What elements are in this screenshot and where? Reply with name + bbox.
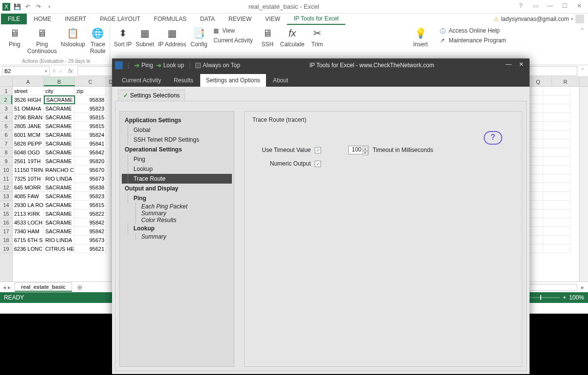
cell[interactable]: 51 OMAHA xyxy=(13,104,44,113)
sheet-nav-next-icon[interactable]: ▸ xyxy=(8,284,11,291)
cell[interactable]: street xyxy=(13,87,44,95)
cells[interactable]: streetcityzip3526 HIGHSACRAME9583851 OMA… xyxy=(13,87,106,281)
spin-down-icon[interactable]: ▾ xyxy=(362,151,368,155)
tab-formulas[interactable]: FORMULAS xyxy=(147,14,193,24)
tree-ssh-telnet-rdp[interactable]: SSH Telnet RDP Settings xyxy=(122,135,232,145)
zoom-in-icon[interactable]: + xyxy=(563,294,566,301)
cell[interactable]: 95815 xyxy=(75,201,106,209)
close-icon[interactable]: ✕ xyxy=(572,2,586,11)
cell[interactable] xyxy=(543,244,570,253)
fx-confirm-icon[interactable]: ✓ xyxy=(58,68,63,75)
cell[interactable]: 95842 xyxy=(75,148,106,157)
cell[interactable]: RANCHO C xyxy=(44,166,75,174)
tree-output-lookup[interactable]: Lookup xyxy=(122,224,232,233)
tree-lookup[interactable]: Lookup xyxy=(122,164,232,174)
row-header[interactable]: 19 xyxy=(0,244,12,253)
insert-button[interactable]: 💡Insert xyxy=(412,26,429,48)
cell[interactable]: SACRAME xyxy=(44,209,75,218)
row-header[interactable]: 15 xyxy=(0,209,12,218)
dialog-minimize-icon[interactable]: — xyxy=(503,61,514,70)
cell[interactable]: city xyxy=(44,87,75,95)
cell[interactable] xyxy=(543,87,570,95)
always-on-top-checkbox[interactable]: Always on Top xyxy=(195,62,240,69)
cell[interactable]: 95621 xyxy=(75,244,106,253)
row-header[interactable]: 17 xyxy=(0,227,12,236)
cell[interactable]: RIO LINDA xyxy=(44,236,75,244)
row-header[interactable]: 11 xyxy=(0,174,12,183)
col-header-b[interactable]: B xyxy=(44,77,75,86)
cell[interactable]: 95842 xyxy=(75,227,106,236)
cell[interactable]: 95673 xyxy=(75,236,106,244)
tree-summary[interactable]: Summary xyxy=(122,210,232,217)
config-button[interactable]: 📑Config xyxy=(190,26,208,48)
tab-results[interactable]: Results xyxy=(168,74,199,87)
select-all-corner[interactable] xyxy=(0,77,13,87)
cell[interactable]: 2805 JANE xyxy=(13,122,44,131)
name-box[interactable]: B2 xyxy=(2,66,50,76)
row-header[interactable]: 9 xyxy=(0,157,12,166)
row-header[interactable]: 16 xyxy=(0,218,12,227)
cell[interactable] xyxy=(543,209,570,218)
cell[interactable]: 2796 BRAN xyxy=(13,113,44,122)
col-header-r[interactable]: R xyxy=(552,77,579,86)
cell[interactable]: SACRAME xyxy=(44,113,75,122)
tree-app-settings[interactable]: Application Settings xyxy=(122,115,232,125)
ribbon-collapse-icon[interactable]: ˄ xyxy=(580,26,585,64)
cell[interactable]: SACRAME xyxy=(44,104,75,113)
cell[interactable]: 95820 xyxy=(75,157,106,166)
ping-button[interactable]: 🖥Ping xyxy=(6,26,23,48)
row-header[interactable]: 2 xyxy=(0,95,12,104)
cell[interactable]: 7340 HAM xyxy=(13,227,44,236)
maximize-icon[interactable]: ☐ xyxy=(558,2,571,11)
redo-icon[interactable]: ↷ xyxy=(34,2,43,11)
help-bubble-icon[interactable]: ? xyxy=(484,131,502,145)
sortip-button[interactable]: ⬍Sort IP xyxy=(114,26,132,48)
cell[interactable] xyxy=(543,227,570,236)
cell[interactable]: 11150 TRIN xyxy=(13,166,44,174)
col-header-a[interactable]: A xyxy=(13,77,44,86)
cell[interactable] xyxy=(543,174,570,183)
row-header[interactable]: 13 xyxy=(0,192,12,201)
cell[interactable]: SACRAME xyxy=(44,183,75,192)
cell[interactable]: 95838 xyxy=(75,183,106,192)
cell[interactable] xyxy=(543,113,570,122)
cell[interactable] xyxy=(543,236,570,244)
cell[interactable]: SACRAME xyxy=(44,122,75,131)
cell[interactable]: 5828 PEPP xyxy=(13,139,44,148)
cell[interactable]: SACRAME xyxy=(44,95,75,104)
tab-about[interactable]: About xyxy=(267,74,294,87)
cell[interactable]: 95673 xyxy=(75,174,106,183)
row-header[interactable]: 18 xyxy=(0,236,12,244)
tab-current-activity[interactable]: Current Activity xyxy=(116,74,167,87)
cell[interactable]: SACRAME xyxy=(44,192,75,201)
user-badge[interactable]: ⚠ ladysynvanas@gmail.com ▾ xyxy=(494,15,588,23)
current-activity-button[interactable]: Current Activity xyxy=(211,36,255,45)
ipaddress-button[interactable]: ▦IP Address xyxy=(158,26,186,48)
tree-traceroute[interactable]: Trace Route xyxy=(122,174,232,184)
user-dropdown-icon[interactable]: ▾ xyxy=(571,17,573,21)
tab-review[interactable]: REVIEW xyxy=(222,14,258,24)
cell[interactable]: 4533 LOCH xyxy=(13,218,44,227)
subnet-button[interactable]: ▦Subnet xyxy=(135,26,154,48)
row-header[interactable]: 1 xyxy=(0,87,12,95)
cell[interactable]: SACRAME xyxy=(44,227,75,236)
cell[interactable]: 95815 xyxy=(75,113,106,122)
cell[interactable] xyxy=(543,104,570,113)
save-icon[interactable]: 💾 xyxy=(13,2,21,11)
dialog-close-icon[interactable]: ✕ xyxy=(516,61,527,70)
tab-view[interactable]: VIEW xyxy=(258,14,287,24)
tab-settings-options[interactable]: Settings and Options xyxy=(200,74,266,87)
cell[interactable]: 95815 xyxy=(75,122,106,131)
tree-global[interactable]: Global xyxy=(122,125,232,135)
use-timeout-checkbox[interactable]: ✓ xyxy=(315,147,321,153)
cell[interactable] xyxy=(543,183,570,192)
vertical-scrollbar[interactable] xyxy=(579,87,588,281)
subtab-settings-selections[interactable]: ✓Settings Selections xyxy=(118,90,185,101)
hscroll-right-icon[interactable]: ▸ xyxy=(581,284,584,291)
row-header[interactable]: 4 xyxy=(0,113,12,122)
cell[interactable]: zip xyxy=(75,87,106,95)
cell[interactable] xyxy=(543,131,570,139)
cell[interactable] xyxy=(543,95,570,104)
tree-output-display[interactable]: Output and Display xyxy=(122,184,232,193)
cell[interactable]: 95838 xyxy=(75,95,106,104)
